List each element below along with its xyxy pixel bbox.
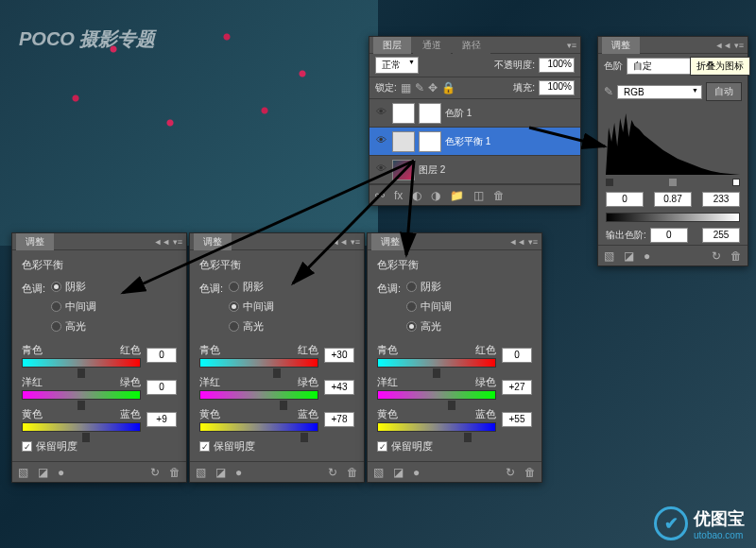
trash-icon[interactable]: 🗑 xyxy=(524,466,536,479)
slider-cyan-red[interactable] xyxy=(199,358,318,368)
reset-icon[interactable]: ↻ xyxy=(150,466,160,479)
value-yellow-blue[interactable]: +9 xyxy=(146,412,177,427)
radio-midtones[interactable] xyxy=(51,301,61,312)
checkbox-preserve-lum[interactable]: ✓ xyxy=(377,441,387,452)
checkbox-preserve-lum[interactable]: ✓ xyxy=(199,441,210,452)
slider-yellow-blue[interactable] xyxy=(377,422,496,432)
output-black[interactable]: 0 xyxy=(650,228,688,243)
layer-name[interactable]: 图层 2 xyxy=(419,163,445,177)
trash-icon[interactable]: 🗑 xyxy=(169,466,180,479)
radio-highlights[interactable] xyxy=(229,321,239,332)
eye-icon[interactable]: ● xyxy=(58,466,64,479)
radio-midtones[interactable] xyxy=(406,301,417,312)
slider-cyan-red[interactable] xyxy=(22,358,141,368)
link-icon[interactable]: ⚯ xyxy=(375,189,385,202)
eye-icon[interactable]: ● xyxy=(413,466,420,479)
radio-shadows[interactable] xyxy=(229,282,239,292)
fill-input[interactable]: 100% xyxy=(539,80,575,95)
panel-header[interactable]: 图层 通道 路径 ▾≡ xyxy=(369,37,580,54)
trash-icon[interactable]: 🗑 xyxy=(730,249,742,263)
eye-icon[interactable]: 👁 xyxy=(373,106,388,121)
tab-adjust[interactable]: 调整 xyxy=(16,233,54,250)
layers-icon[interactable]: ◪ xyxy=(215,466,226,479)
adjustment-icon[interactable]: ◑ xyxy=(431,189,440,202)
output-white[interactable]: 255 xyxy=(702,228,740,243)
value-cyan-red[interactable]: +30 xyxy=(324,348,354,363)
lock-move-icon[interactable]: ✥ xyxy=(428,81,438,94)
opacity-input[interactable]: 100% xyxy=(539,58,575,73)
input-black[interactable]: 0 xyxy=(606,192,644,207)
slider-yellow-blue[interactable] xyxy=(22,422,141,432)
white-point-slider[interactable] xyxy=(732,179,740,186)
panel-collapse-icon[interactable]: ◄◄ ▾≡ xyxy=(331,237,360,247)
value-cyan-red[interactable]: 0 xyxy=(502,348,532,363)
lock-pixels-icon[interactable]: ▦ xyxy=(401,81,411,94)
radio-shadows[interactable] xyxy=(51,282,61,292)
layer-item-levels[interactable]: 👁色阶 1 xyxy=(369,99,580,128)
panel-menu-icon[interactable]: ▾≡ xyxy=(567,41,576,50)
blend-mode-select[interactable]: 正常 xyxy=(375,57,419,74)
eye-icon[interactable]: ● xyxy=(235,466,242,479)
histogram-icon[interactable]: ▧ xyxy=(373,466,384,479)
radio-midtones[interactable] xyxy=(229,301,239,312)
reset-icon[interactable]: ↻ xyxy=(712,249,721,263)
slider-yellow-blue[interactable] xyxy=(199,422,318,432)
panel-collapse-icon[interactable]: ◄◄ ▾≡ xyxy=(153,237,182,247)
radio-highlights[interactable] xyxy=(51,321,61,332)
layer-item-color-balance[interactable]: 👁色彩平衡 1 xyxy=(369,128,580,156)
layers-icon[interactable]: ◪ xyxy=(624,249,634,263)
channel-select[interactable]: RGB xyxy=(617,85,702,99)
slider-cyan-red[interactable] xyxy=(377,358,496,368)
tab-channels[interactable]: 通道 xyxy=(413,37,451,54)
layer-name[interactable]: 色彩平衡 1 xyxy=(445,135,490,148)
reset-icon[interactable]: ↻ xyxy=(506,466,515,479)
layer-name[interactable]: 色阶 1 xyxy=(445,107,472,120)
reset-icon[interactable]: ↻ xyxy=(328,466,337,479)
trash-icon[interactable]: 🗑 xyxy=(347,466,358,479)
new-layer-icon[interactable]: ◫ xyxy=(473,189,484,202)
panel-header[interactable]: 调整◄◄ ▾≡ xyxy=(598,37,747,54)
mid-point-slider[interactable] xyxy=(669,179,677,186)
layer-item-image[interactable]: 👁图层 2 xyxy=(369,156,580,184)
histogram[interactable] xyxy=(606,109,740,175)
tab-layers[interactable]: 图层 xyxy=(373,37,411,54)
eye-icon[interactable]: ● xyxy=(644,249,650,263)
folder-icon[interactable]: 📁 xyxy=(450,189,464,202)
panel-collapse-icon[interactable]: ◄◄ ▾≡ xyxy=(714,41,744,50)
trash-icon[interactable]: 🗑 xyxy=(493,189,505,202)
checkbox-preserve-lum[interactable]: ✓ xyxy=(22,441,32,452)
value-cyan-red[interactable]: 0 xyxy=(146,348,177,363)
eyedropper-icon[interactable]: ✎ xyxy=(604,85,613,98)
tab-adjust[interactable]: 调整 xyxy=(371,233,409,250)
fx-icon[interactable]: fx xyxy=(394,189,403,202)
value-yellow-blue[interactable]: +78 xyxy=(324,412,354,427)
radio-shadows[interactable] xyxy=(406,282,417,292)
value-magenta-green[interactable]: 0 xyxy=(146,380,177,395)
value-magenta-green[interactable]: +43 xyxy=(324,380,354,395)
slider-magenta-green[interactable] xyxy=(377,390,496,400)
value-magenta-green[interactable]: +27 xyxy=(502,380,532,395)
tab-adjust[interactable]: 调整 xyxy=(602,37,640,54)
layers-icon[interactable]: ◪ xyxy=(393,466,404,479)
input-mid[interactable]: 0.87 xyxy=(654,192,692,207)
panel-header[interactable]: 调整◄◄ ▾≡ xyxy=(190,233,364,250)
panel-header[interactable]: 调整 ◄◄ ▾≡ xyxy=(12,233,186,250)
panel-header[interactable]: 调整◄◄ ▾≡ xyxy=(368,233,541,250)
eye-icon[interactable]: 👁 xyxy=(373,163,388,178)
tab-adjust[interactable]: 调整 xyxy=(194,233,232,250)
mask-thumb[interactable] xyxy=(419,131,441,152)
value-yellow-blue[interactable]: +55 xyxy=(502,412,532,427)
slider-magenta-green[interactable] xyxy=(199,390,318,400)
radio-highlights[interactable] xyxy=(406,321,417,332)
lock-brush-icon[interactable]: ✎ xyxy=(415,81,424,94)
layers-icon[interactable]: ◪ xyxy=(38,466,48,479)
slider-magenta-green[interactable] xyxy=(22,390,141,400)
histogram-icon[interactable]: ▧ xyxy=(196,466,206,479)
panel-collapse-icon[interactable]: ◄◄ ▾≡ xyxy=(508,237,538,247)
input-white[interactable]: 233 xyxy=(702,192,740,207)
lock-all-icon[interactable]: 🔒 xyxy=(441,81,455,94)
auto-button[interactable]: 自动 xyxy=(706,82,742,101)
mask-icon[interactable]: ◐ xyxy=(412,189,421,202)
histogram-icon[interactable]: ▧ xyxy=(18,466,28,479)
mask-thumb[interactable] xyxy=(419,103,441,124)
